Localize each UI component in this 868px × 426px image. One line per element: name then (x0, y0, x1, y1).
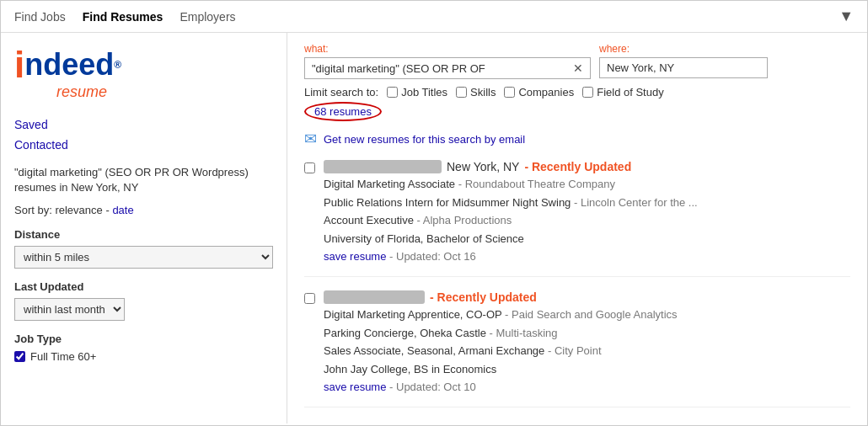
sidebar-link-saved[interactable]: Saved (14, 118, 273, 131)
resume-1-checkbox-container (304, 160, 315, 263)
resume-2-body: - Recently Updated Digital Marketing App… (324, 290, 850, 393)
filter-skills[interactable]: Skills (456, 86, 496, 99)
resume-1-detail-4: University of Florida, Bachelor of Scien… (324, 231, 850, 248)
resume-2-checkbox-container (304, 290, 315, 393)
nav-find-resumes[interactable]: Find Resumes (83, 10, 163, 24)
resume-1-body: New York, NY - Recently Updated Digital … (324, 160, 850, 263)
resume-1-header: New York, NY - Recently Updated (324, 160, 850, 173)
resume-2-detail-1: Digital Marketing Apprentice, CO-OP - Pa… (324, 306, 850, 323)
resume-1-recently-updated: - Recently Updated (524, 160, 631, 173)
resume-1-name (324, 160, 442, 173)
sidebar: indeed® resume Saved Contacted "digital … (1, 33, 287, 423)
last-updated-label: Last Updated (14, 280, 273, 293)
logo-registered: ® (114, 60, 121, 70)
top-nav: Find Jobs Find Resumes Employers ▼ (1, 1, 867, 33)
resume-2-name (324, 290, 425, 304)
result-count-oval: 68 resumes (304, 102, 382, 121)
main-layout: indeed® resume Saved Contacted "digital … (1, 33, 867, 423)
email-alert: ✉ Get new resumes for this search by ema… (304, 130, 850, 148)
filter-companies-checkbox[interactable] (504, 87, 515, 98)
job-type-fulltime-label: Full Time 60+ (30, 350, 96, 363)
limit-label: Limit search to: (304, 86, 378, 99)
result-count-container: 68 resumes (304, 102, 382, 121)
sidebar-links: Saved Contacted (14, 118, 273, 152)
filter-companies-label: Companies (518, 86, 574, 99)
resume-1-detail-3: Account Executive - Alpha Productions (324, 212, 850, 229)
resume-2-actions: save resume - Updated: Oct 10 (324, 381, 850, 393)
email-alert-link[interactable]: Get new resumes for this search by email (324, 133, 525, 146)
filter-skills-label: Skills (470, 86, 496, 99)
resume-2-checkbox[interactable] (304, 293, 315, 304)
last-updated-filter: Last Updated within last month (14, 280, 273, 321)
sort-by-date[interactable]: date (112, 204, 133, 216)
nav-employers[interactable]: Employers (179, 10, 235, 24)
what-input-container: ✕ (304, 57, 591, 79)
filter-job-titles[interactable]: Job Titles (387, 86, 447, 99)
filter-job-titles-label: Job Titles (401, 86, 447, 99)
content-area: what: ✕ where: Limit search to: Job Titl… (287, 33, 867, 423)
sidebar-link-contacted[interactable]: Contacted (14, 138, 273, 152)
what-input[interactable] (312, 62, 570, 75)
result-count-link[interactable]: 68 resumes (314, 105, 372, 118)
sort-by-label: Sort by: (14, 204, 52, 216)
resume-card: - Recently Updated Digital Marketing App… (304, 290, 850, 407)
filter-field-of-study[interactable]: Field of Study (582, 86, 664, 99)
indeed-logo-main: indeed® (14, 46, 121, 83)
resume-1-actions: save resume - Updated: Oct 16 (324, 250, 850, 263)
indeed-logo-resume: resume (56, 83, 107, 101)
resume-2-recently-updated: - Recently Updated (430, 290, 537, 304)
resume-2-header: - Recently Updated (324, 290, 850, 304)
resume-2-detail-2: Parking Concierge, Oheka Castle - Multi-… (324, 325, 850, 342)
what-label: what: (304, 43, 591, 55)
sidebar-logo: indeed® resume (14, 46, 273, 101)
filter-companies[interactable]: Companies (504, 86, 574, 99)
limit-row: Limit search to: Job Titles Skills Compa… (304, 86, 850, 99)
job-type-label: Job Type (14, 333, 273, 345)
nav-dropdown-arrow[interactable]: ▼ (839, 8, 854, 25)
where-input-container (599, 57, 768, 78)
job-type-filter: Job Type Full Time 60+ (14, 333, 273, 363)
where-search-group: where: (599, 43, 768, 78)
distance-filter: Distance within 5 miles (14, 228, 273, 269)
logo-dot-icon: i (14, 46, 24, 83)
where-input[interactable] (607, 61, 760, 74)
resume-2-detail-4: John Jay College, BS in Economics (324, 361, 850, 378)
where-label: where: (599, 43, 768, 55)
distance-label: Distance (14, 228, 273, 241)
resume-2-detail-3: Sales Associate, Seasonal, Armani Exchan… (324, 343, 850, 359)
resume-2-updated: - Updated: Oct 10 (389, 381, 476, 393)
resume-card: New York, NY - Recently Updated Digital … (304, 160, 850, 277)
what-clear-icon[interactable]: ✕ (573, 61, 583, 75)
logo-text: ndeed (24, 50, 114, 80)
resume-2-save-link[interactable]: save resume (324, 381, 386, 393)
filter-field-of-study-checkbox[interactable] (582, 87, 593, 98)
search-row: what: ✕ where: (304, 43, 850, 79)
job-type-fulltime-checkbox[interactable] (14, 351, 25, 362)
sort-by-relevance: relevance (55, 204, 102, 216)
resume-1-updated: - Updated: Oct 16 (389, 250, 476, 263)
last-updated-select[interactable]: within last month (14, 298, 125, 321)
resume-1-checkbox[interactable] (304, 162, 315, 173)
nav-find-jobs[interactable]: Find Jobs (14, 10, 66, 24)
search-description: "digital marketing" (SEO OR PR OR Wordpr… (14, 165, 273, 195)
resume-1-detail-1: Digital Marketing Associate - Roundabout… (324, 176, 850, 193)
distance-select[interactable]: within 5 miles (14, 246, 273, 269)
resume-1-location: New York, NY (447, 160, 519, 173)
resume-1-detail-2: Public Relations Intern for Midsummer Ni… (324, 194, 850, 211)
filter-job-titles-checkbox[interactable] (387, 87, 398, 98)
resume-1-save-link[interactable]: save resume (324, 250, 386, 263)
what-search-group: what: ✕ (304, 43, 591, 79)
sort-by: Sort by: relevance - date (14, 204, 273, 216)
resume-list: New York, NY - Recently Updated Digital … (304, 160, 850, 407)
email-icon: ✉ (304, 130, 317, 148)
filter-skills-checkbox[interactable] (456, 87, 467, 98)
job-type-fulltime: Full Time 60+ (14, 350, 273, 363)
filter-field-of-study-label: Field of Study (597, 86, 664, 99)
